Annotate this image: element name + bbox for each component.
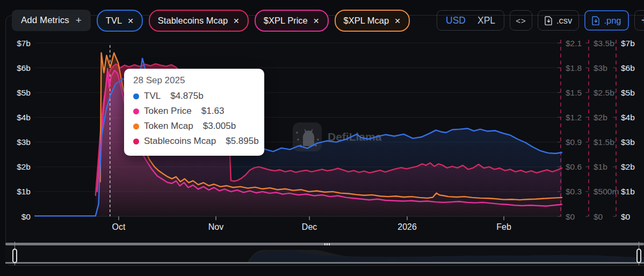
remove-metric-icon[interactable]: ✕ [233,17,240,25]
left-axis-label: $6b [17,63,31,72]
right-axis-label: $2b [594,113,607,122]
left-axis-label: $4b [17,113,31,122]
right-axis-label: $1.2 [566,113,582,122]
metric-chips: TVL✕Stablecoins Mcap✕$XPL Price✕$XPL Mca… [97,10,410,32]
series-color-dot [133,93,139,99]
tooltip-series-label: Stablecoins Mcap [144,136,216,147]
right-axis-label: $2.1 [566,39,582,48]
remove-metric-icon[interactable]: ✕ [127,17,134,25]
file-download-icon [592,16,600,25]
brush-left-handle[interactable] [12,249,17,263]
tooltip-row: TVL$4.875b [133,89,256,104]
brush-right-handle[interactable] [636,249,641,263]
x-axis-label: Nov [208,222,223,231]
tooltip-series-label: TVL [144,91,161,101]
metrics-toolbar: Add Metrics + TVL✕Stablecoins Mcap✕$XPL … [12,10,410,31]
brush-silhouette [5,249,644,262]
metric-chip--xpl-price[interactable]: $XPL Price✕ [255,10,329,32]
price-chart[interactable]: $0$1b$2b$3b$4b$5b$6b$7b$0$0.3$0.6$0.9$1.… [0,30,644,242]
right-axis-label: $1b [621,187,635,196]
right-axis-label: $6b [621,63,635,72]
x-axis-label: 2026 [397,222,417,231]
metric-chip-tvl[interactable]: TVL✕ [97,10,143,32]
right-axis-label: $0 [566,212,575,221]
plus-icon: + [641,14,644,27]
tooltip-series-value: $5.895b [226,136,258,147]
tooltip-series-value: $3.005b [203,121,236,132]
metric-chip-label: TVL [106,16,122,26]
time-range-brush [5,242,644,266]
csv-label: .csv [556,16,572,26]
brush-window[interactable] [5,245,644,264]
currency-toggle[interactable]: USD XPL [437,10,504,31]
download-png-button[interactable]: .png [584,10,628,31]
right-axis-label: $0 [621,212,631,221]
right-axis-label: $4b [621,113,635,122]
currency-usd[interactable]: USD [446,15,466,26]
x-axis-label: Feb [496,222,511,231]
left-axis-label: $1b [17,187,31,196]
metric-chip--xpl-mcap[interactable]: $XPL Mcap✕ [335,10,410,32]
add-chart-button[interactable]: + [634,10,644,31]
plus-icon: + [76,14,82,26]
left-axis-label: $2b [17,162,31,171]
right-axis-label: $0.6 [566,162,582,171]
tooltip-series-label: Token Mcap [144,121,193,132]
x-axis-label: Oct [112,222,126,231]
add-metrics-button[interactable]: Add Metrics + [12,10,91,31]
series-color-dot [133,124,139,129]
right-axis-label: $3b [594,63,607,72]
tooltip-series-label: Token Price [144,106,192,117]
right-axis-label: $1b [594,162,607,171]
left-axis-label: $7b [17,39,31,48]
left-axis-label: $0 [21,212,31,221]
download-csv-button[interactable]: .csv [538,10,579,31]
chart-tooltip: 28 Sep 2025 TVL$4.875bToken Price$1.63To… [124,69,264,156]
right-axis-label: $1.8 [566,63,582,72]
right-axis-label: $2.5b [594,88,614,97]
left-axis-label: $3b [17,137,31,147]
embed-code-button[interactable]: <> [510,10,532,31]
add-metrics-label: Add Metrics [21,15,69,26]
right-axis-label: $1.5 [566,88,582,97]
series-color-dot [133,108,139,114]
metric-chip-label: Stablecoins Mcap [158,16,228,26]
export-toolbar: USD XPL <> .csv .png + [437,10,644,31]
series-color-dot [133,139,139,144]
metric-chip-stablecoins-mcap[interactable]: Stablecoins Mcap✕ [149,10,249,32]
brush-sparkline [5,245,644,262]
code-icon: <> [516,16,526,25]
x-axis-label: Dec [302,222,317,231]
currency-xpl[interactable]: XPL [477,15,495,26]
right-axis-label: $2b [621,162,635,171]
file-download-icon [545,16,553,25]
left-axis-label: $5b [17,88,31,97]
right-axis-label: $0 [594,212,603,221]
right-axis-label: $1.5b [594,137,614,147]
right-axis-label: $0.9 [566,137,582,147]
tooltip-row: Token Price$1.63 [133,104,256,119]
tooltip-date: 28 Sep 2025 [133,75,256,86]
png-label: .png [604,16,621,26]
metric-chip-label: $XPL Mcap [344,16,389,26]
right-axis-label: $3b [621,137,635,147]
right-axis-label: $5b [621,88,635,97]
tooltip-series-value: $4.875b [170,91,203,101]
right-axis-label: $7b [621,39,635,48]
tooltip-series-value: $1.63 [201,106,225,117]
right-axis-label: $3.5b [594,39,614,48]
remove-metric-icon[interactable]: ✕ [313,17,320,25]
remove-metric-icon[interactable]: ✕ [394,17,401,25]
tooltip-row: Stablecoins Mcap$5.895b [133,134,256,149]
metric-chip-label: $XPL Price [264,16,308,26]
right-axis-label: $0.3 [566,187,582,196]
tooltip-row: Token Mcap$3.005b [133,119,256,134]
watermark-text: DefiLlama [328,130,382,143]
